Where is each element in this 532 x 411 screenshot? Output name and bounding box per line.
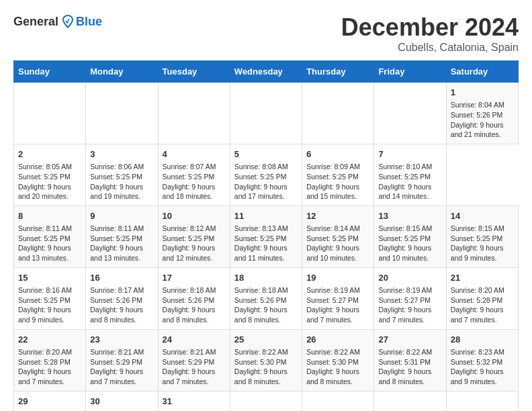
day-number: 24 (163, 334, 226, 346)
sunset: Sunset: 5:26 PM (163, 296, 215, 304)
logo-general: General (13, 15, 58, 29)
day-number: 20 (378, 272, 441, 284)
day-header-wednesday: Wednesday (230, 61, 302, 83)
sunset: Sunset: 5:28 PM (451, 296, 503, 304)
day-number: 6 (306, 148, 369, 161)
calendar-cell-day-5: 5Sunrise: 8:08 AMSunset: 5:25 PMDaylight… (230, 144, 302, 205)
title-area: December 2024 Cubells, Catalonia, Spain (341, 13, 519, 54)
calendar-cell-day-17: 17Sunrise: 8:18 AMSunset: 5:26 PMDayligh… (158, 267, 230, 329)
daylight: Daylight: 9 hours and 17 minutes. (234, 183, 287, 201)
day-number: 17 (163, 272, 226, 284)
day-number: 22 (18, 334, 81, 346)
calendar-cell-day-31: 31Sunrise: 8:23 AMSunset: 5:34 PMDayligh… (158, 391, 230, 411)
day-number: 3 (90, 148, 153, 161)
day-number: 8 (18, 210, 81, 222)
calendar-cell-day-21: 21Sunrise: 8:20 AMSunset: 5:28 PMDayligh… (446, 267, 518, 329)
daylight: Daylight: 9 hours and 9 minutes. (18, 306, 71, 324)
day-header-sunday: Sunday (14, 61, 86, 83)
calendar-cell-day-29: 29Sunrise: 8:23 AMSunset: 5:33 PMDayligh… (14, 391, 86, 411)
daylight: Daylight: 9 hours and 18 minutes. (163, 183, 216, 201)
daylight: Daylight: 9 hours and 7 minutes. (451, 306, 504, 324)
calendar-cell-day-2: 2Sunrise: 8:05 AMSunset: 5:25 PMDaylight… (14, 144, 86, 205)
day-number: 15 (18, 272, 81, 284)
daylight: Daylight: 9 hours and 7 minutes. (18, 367, 71, 385)
day-number: 9 (90, 210, 153, 222)
calendar-header-row: SundayMondayTuesdayWednesdayThursdayFrid… (14, 61, 519, 83)
calendar-cell-day-20: 20Sunrise: 8:19 AMSunset: 5:27 PMDayligh… (374, 267, 446, 329)
calendar-cell-empty (86, 83, 158, 144)
sunset: Sunset: 5:25 PM (234, 234, 287, 242)
daylight: Daylight: 9 hours and 10 minutes. (306, 244, 359, 262)
day-header-friday: Friday (374, 61, 446, 83)
logo-icon (60, 13, 76, 30)
sunrise: Sunrise: 8:18 AM (234, 286, 288, 294)
sunrise: Sunrise: 8:06 AM (90, 163, 144, 171)
sunrise: Sunrise: 8:20 AM (18, 348, 72, 356)
sunrise: Sunrise: 8:09 AM (306, 163, 360, 171)
sunrise: Sunrise: 8:23 AM (451, 348, 504, 356)
day-header-saturday: Saturday (446, 61, 518, 83)
sunset: Sunset: 5:25 PM (378, 173, 431, 181)
sunrise: Sunrise: 8:22 AM (306, 348, 360, 356)
sunrise: Sunrise: 8:22 AM (234, 348, 288, 356)
calendar-cell-day-7: 7Sunrise: 8:10 AMSunset: 5:25 PMDaylight… (374, 144, 446, 205)
day-header-tuesday: Tuesday (158, 61, 230, 83)
day-number: 1 (451, 87, 514, 99)
day-number: 18 (234, 272, 298, 284)
calendar-cell-day-22: 22Sunrise: 8:20 AMSunset: 5:28 PMDayligh… (14, 329, 86, 391)
sunset: Sunset: 5:32 PM (451, 358, 503, 366)
daylight: Daylight: 9 hours and 8 minutes. (306, 367, 359, 385)
calendar-cell-day-19: 19Sunrise: 8:19 AMSunset: 5:27 PMDayligh… (302, 267, 374, 329)
sunset: Sunset: 5:31 PM (378, 358, 431, 366)
day-number: 4 (163, 148, 226, 161)
daylight: Daylight: 9 hours and 15 minutes. (306, 183, 359, 201)
daylight: Daylight: 9 hours and 13 minutes. (18, 244, 71, 262)
sunset: Sunset: 5:27 PM (378, 296, 431, 304)
daylight: Daylight: 9 hours and 8 minutes. (234, 367, 287, 385)
day-number: 23 (90, 334, 153, 346)
calendar-table: SundayMondayTuesdayWednesdayThursdayFrid… (13, 60, 519, 411)
day-number: 12 (306, 210, 369, 222)
day-number: 10 (163, 210, 226, 222)
calendar-cell-day-27: 27Sunrise: 8:22 AMSunset: 5:31 PMDayligh… (374, 329, 446, 391)
sunset: Sunset: 5:28 PM (18, 358, 71, 366)
sunrise: Sunrise: 8:12 AM (163, 224, 216, 232)
calendar-cell-empty (230, 83, 302, 144)
day-number: 13 (378, 210, 441, 222)
daylight: Daylight: 9 hours and 8 minutes. (90, 306, 143, 324)
sunrise: Sunrise: 8:14 AM (306, 224, 360, 232)
sunset: Sunset: 5:25 PM (306, 173, 359, 181)
calendar-cell-empty (158, 83, 230, 144)
calendar-cell-day-24: 24Sunrise: 8:21 AMSunset: 5:29 PMDayligh… (158, 329, 230, 391)
calendar-cell-empty (230, 391, 302, 411)
daylight: Daylight: 9 hours and 8 minutes. (234, 306, 287, 324)
calendar-cell-day-6: 6Sunrise: 8:09 AMSunset: 5:25 PMDaylight… (302, 144, 374, 205)
sunrise: Sunrise: 8:11 AM (90, 224, 144, 232)
sunrise: Sunrise: 8:15 AM (378, 224, 432, 232)
day-number: 29 (18, 396, 81, 408)
sunset: Sunset: 5:25 PM (234, 173, 287, 181)
sunset: Sunset: 5:26 PM (90, 296, 142, 304)
day-number: 28 (451, 334, 514, 346)
calendar-cell-day-25: 25Sunrise: 8:22 AMSunset: 5:30 PMDayligh… (230, 329, 302, 391)
daylight: Daylight: 9 hours and 7 minutes. (306, 306, 359, 324)
sunset: Sunset: 5:25 PM (90, 234, 142, 242)
daylight: Daylight: 9 hours and 21 minutes. (451, 121, 504, 139)
day-header-monday: Monday (86, 61, 158, 83)
sunrise: Sunrise: 8:05 AM (18, 163, 72, 171)
calendar-cell-empty (446, 391, 518, 411)
daylight: Daylight: 9 hours and 7 minutes. (163, 367, 216, 385)
day-number: 16 (90, 272, 153, 284)
calendar-cell-day-11: 11Sunrise: 8:13 AMSunset: 5:25 PMDayligh… (230, 205, 302, 267)
calendar-week-row: 2Sunrise: 8:05 AMSunset: 5:25 PMDaylight… (14, 144, 519, 205)
sunset: Sunset: 5:25 PM (90, 173, 142, 181)
calendar-cell-day-14: 14Sunrise: 8:15 AMSunset: 5:25 PMDayligh… (446, 205, 518, 267)
day-number: 30 (90, 396, 153, 408)
logo: General Blue (13, 13, 102, 30)
sunset: Sunset: 5:25 PM (451, 234, 503, 242)
day-number: 2 (18, 148, 81, 161)
sunset: Sunset: 5:25 PM (163, 234, 215, 242)
daylight: Daylight: 9 hours and 9 minutes. (451, 367, 504, 385)
sunset: Sunset: 5:25 PM (18, 234, 71, 242)
day-number: 21 (451, 272, 514, 284)
